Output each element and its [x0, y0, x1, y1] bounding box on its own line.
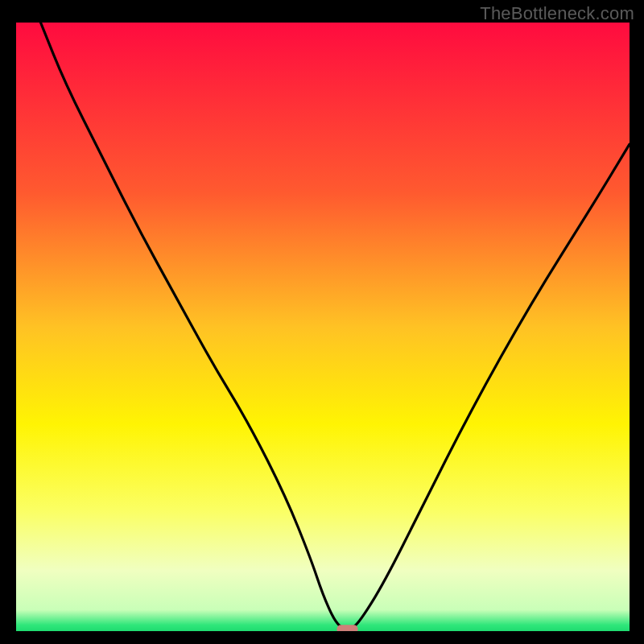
- gradient-background: [16, 23, 630, 631]
- plot-area: [16, 23, 630, 631]
- chart-svg: [16, 23, 630, 631]
- watermark-text: TheBottleneck.com: [480, 3, 634, 24]
- optimal-marker: [336, 625, 357, 631]
- chart-frame: TheBottleneck.com: [0, 0, 644, 644]
